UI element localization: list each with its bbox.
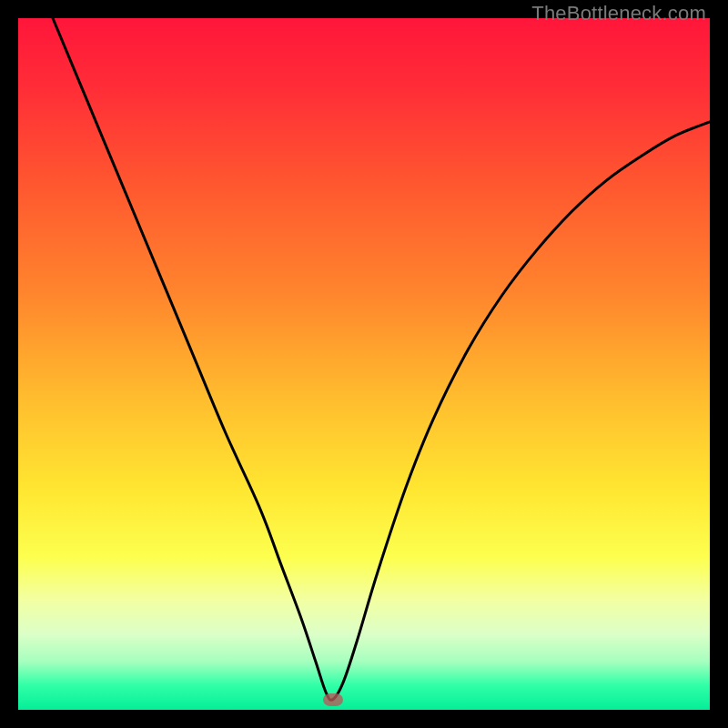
bottleneck-curve [18, 18, 710, 710]
watermark-text: TheBottleneck.com [531, 2, 706, 25]
chart-frame: TheBottleneck.com [0, 0, 728, 728]
optimal-point-marker [323, 693, 343, 706]
plot-area [18, 18, 710, 710]
